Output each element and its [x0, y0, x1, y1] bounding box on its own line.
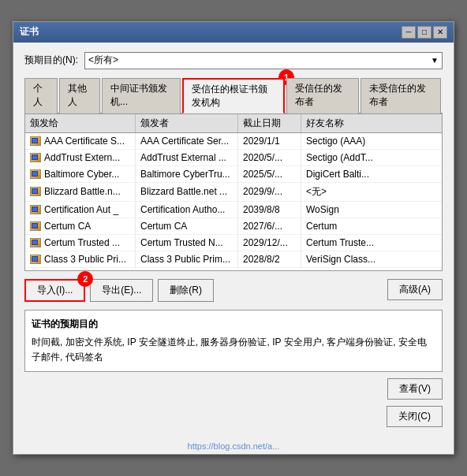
cell-issued-by-0: AAA Certificate Ser...	[136, 133, 238, 149]
tab-trusted-publisher[interactable]: 受信任的发布者	[286, 78, 359, 113]
certificate-table: 颁发给 颁发者 截止日期 好友名称 AAA Certificate S... A…	[24, 113, 443, 271]
cell-issued-by-2: Baltimore CyberTru...	[136, 166, 238, 182]
cell-issued-to-7: Class 3 Public Pri...	[25, 251, 136, 267]
cert-icon	[30, 238, 41, 247]
table-row[interactable]: Class 3 Public Pri... Class 3 Public Pri…	[25, 251, 442, 268]
cell-issued-to-2: Baltimore Cyber...	[25, 166, 136, 182]
purpose-row: 预期目的(N): <所有> ▼	[24, 52, 443, 69]
cell-friendly-6: Certum Truste...	[301, 235, 442, 251]
close-button-row: 关闭(C)	[24, 406, 443, 430]
close-button[interactable]: ✕	[433, 26, 447, 39]
tab-trusted-ca-wrap: 受信任的根证书颁发机构 1	[182, 77, 286, 113]
cell-issued-by-3: Blizzard Battle.net ...	[136, 183, 238, 201]
cell-issued-by-8: COMODO RSA Ce...	[136, 268, 238, 269]
minimize-button[interactable]: ─	[402, 26, 416, 39]
advanced-button[interactable]: 高级(A)	[387, 279, 443, 300]
cell-issued-to-4: Certification Aut _	[25, 202, 136, 218]
cell-issued-by-1: AddTrust External ...	[136, 150, 238, 165]
table-row[interactable]: Certification Aut _ Certification Autho.…	[25, 202, 442, 218]
import-button[interactable]: 导入(I)...	[24, 279, 85, 302]
tab-intermediate[interactable]: 中间证书颁发机...	[102, 78, 181, 113]
right-buttons: 高级(A)	[387, 279, 443, 302]
table-row[interactable]: Blizzard Battle.n... Blizzard Battle.net…	[25, 183, 442, 202]
desc-text: 时间截, 加密文件系统, IP 安全隧道终止, 服务器身份验证, IP 安全用户…	[32, 335, 435, 365]
cell-expiry-5: 2027/6/...	[238, 218, 301, 234]
cell-friendly-0: Sectigo (AAA)	[301, 133, 442, 149]
table-row[interactable]: Certum Trusted ... Certum Trusted N... 2…	[25, 235, 442, 251]
cert-icon	[30, 169, 41, 179]
cell-issued-to-8: COMODO RSA Ca...	[25, 268, 136, 269]
table-row[interactable]: AddTrust Extern... AddTrust External ...…	[25, 150, 442, 166]
cell-issued-to-3: Blizzard Battle.n...	[25, 183, 136, 201]
cell-friendly-2: DigiCert Balti...	[301, 166, 442, 182]
cell-friendly-4: WoSign	[301, 202, 442, 218]
cell-friendly-3: <无>	[301, 183, 442, 201]
cert-icon	[30, 205, 41, 214]
cell-issued-to-6: Certum Trusted ...	[25, 235, 136, 251]
cell-friendly-1: Sectigo (AddT...	[301, 150, 442, 165]
cell-issued-by-6: Certum Trusted N...	[136, 235, 238, 251]
cell-expiry-6: 2029/12/...	[238, 235, 301, 251]
cell-issued-to-0: AAA Certificate S...	[25, 133, 136, 149]
purpose-value: <所有>	[88, 54, 118, 67]
btn-badge: 2	[77, 271, 93, 287]
cell-friendly-5: Certum	[301, 218, 442, 234]
cell-issued-by-4: Certification Autho...	[136, 202, 238, 218]
col-issued-to[interactable]: 颁发给	[25, 114, 136, 132]
col-issued-by[interactable]: 颁发者	[136, 114, 238, 132]
cell-issued-to-5: Certum CA	[25, 218, 136, 234]
action-buttons-row: 导入(I)... 2 导出(E)... 删除(R) 高级(A)	[24, 279, 443, 302]
tab-untrusted-publisher[interactable]: 未受信任的发布者	[361, 78, 441, 113]
desc-title: 证书的预期目的	[32, 317, 435, 332]
table-header: 颁发给 颁发者 截止日期 好友名称	[25, 114, 442, 133]
cell-expiry-4: 2039/8/8	[238, 202, 301, 218]
import-btn-wrap: 导入(I)... 2	[24, 279, 85, 302]
cell-expiry-2: 2025/5/...	[238, 166, 301, 182]
cell-expiry-0: 2029/1/1	[238, 133, 301, 149]
view-button[interactable]: 查看(V)	[387, 378, 443, 400]
window-title: 证书	[20, 25, 39, 39]
delete-button[interactable]: 删除(R)	[158, 279, 214, 302]
maximize-button[interactable]: □	[417, 26, 432, 39]
cell-expiry-8: 2038/1/...	[238, 268, 301, 269]
close-button[interactable]: 关闭(C)	[387, 406, 443, 427]
view-button-row: 查看(V)	[24, 378, 443, 400]
tabs-bar: 个人 其他人 中间证书颁发机... 受信任的根证书颁发机构 1 受信任的发布者 …	[24, 77, 443, 113]
cert-icon	[30, 221, 41, 231]
tab-personal[interactable]: 个人	[24, 78, 58, 113]
cert-icon	[30, 187, 41, 196]
cell-issued-to-1: AddTrust Extern...	[25, 150, 136, 165]
cert-icon	[30, 255, 41, 264]
table-row[interactable]: Certum CA Certum CA 2027/6/... Certum	[25, 218, 442, 235]
export-button[interactable]: 导出(E)...	[90, 279, 153, 302]
cell-expiry-1: 2020/5/...	[238, 150, 301, 165]
col-friendly[interactable]: 好友名称	[301, 114, 442, 132]
purpose-dropdown[interactable]: <所有> ▼	[84, 52, 443, 69]
table-body: AAA Certificate S... AAA Certificate Ser…	[25, 133, 442, 269]
window-controls: ─ □ ✕	[402, 26, 447, 39]
left-buttons: 导入(I)... 2 导出(E)... 删除(R)	[24, 279, 214, 302]
cell-issued-by-7: Class 3 Public Prim...	[136, 251, 238, 267]
dropdown-arrow-icon: ▼	[431, 56, 439, 65]
certificate-window: 证书 ─ □ ✕ 预期目的(N): <所有> ▼ 个人 其他人 中间证书颁发机.…	[13, 21, 454, 456]
purpose-label: 预期目的(N):	[24, 54, 78, 67]
cell-issued-by-5: Certum CA	[136, 218, 238, 234]
tab-trusted-ca[interactable]: 受信任的根证书颁发机构	[182, 78, 285, 113]
col-expiry[interactable]: 截止日期	[238, 114, 301, 132]
cell-friendly-7: VeriSign Class...	[301, 251, 442, 267]
table-row[interactable]: COMODO RSA Ca... COMODO RSA Ce... 2038/1…	[25, 268, 442, 269]
cert-icon	[30, 136, 41, 146]
description-box: 证书的预期目的 时间截, 加密文件系统, IP 安全隧道终止, 服务器身份验证,…	[24, 310, 443, 373]
title-bar: 证书 ─ □ ✕	[13, 22, 454, 43]
cell-expiry-7: 2028/8/2	[238, 251, 301, 267]
cert-icon	[30, 153, 41, 162]
cell-expiry-3: 2029/9/...	[238, 183, 301, 201]
cell-friendly-8: Sectigo (form...	[301, 268, 442, 269]
tab-others[interactable]: 其他人	[59, 78, 100, 113]
table-row[interactable]: AAA Certificate S... AAA Certificate Ser…	[25, 133, 442, 150]
dialog-content: 预期目的(N): <所有> ▼ 个人 其他人 中间证书颁发机... 受信任的根证…	[13, 43, 454, 441]
watermark: https://blog.csdn.net/a...	[13, 440, 454, 454]
table-row[interactable]: Baltimore Cyber... Baltimore CyberTru...…	[25, 166, 442, 183]
